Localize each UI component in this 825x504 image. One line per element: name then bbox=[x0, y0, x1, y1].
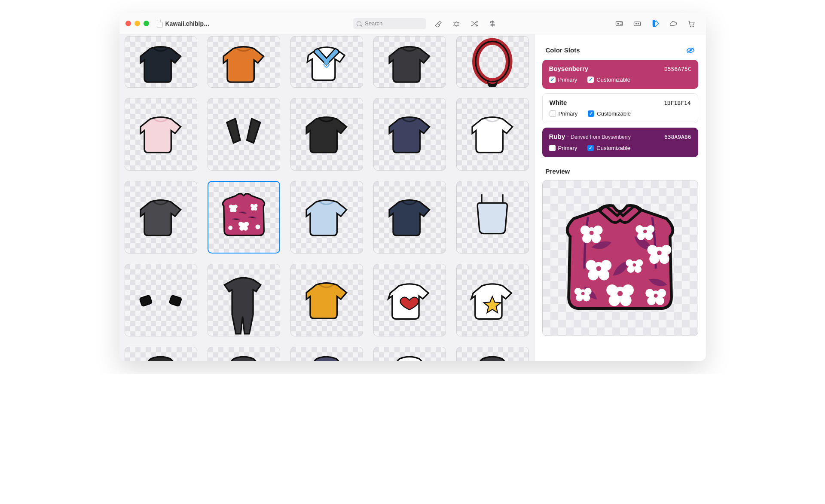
svg-rect-28 bbox=[169, 295, 182, 306]
visibility-toggle-icon[interactable] bbox=[686, 47, 695, 54]
search-field[interactable] bbox=[353, 18, 426, 29]
traffic-lights[interactable] bbox=[125, 21, 149, 26]
asset-tile-hawaiian-boysenberry[interactable] bbox=[208, 181, 280, 254]
inspector-tabs bbox=[615, 19, 700, 28]
slot-name: Ruby bbox=[549, 133, 565, 140]
slot-name: White bbox=[550, 99, 567, 106]
customizable-checkbox[interactable]: ✓Customizable bbox=[588, 110, 631, 117]
titlebar: Kawaii.chibip… bbox=[119, 13, 706, 34]
asset-tile-cardigan-pink[interactable] bbox=[125, 98, 197, 171]
preview-viewport bbox=[542, 180, 698, 336]
asset-tile-cuffs-black[interactable] bbox=[125, 264, 197, 336]
cart-icon[interactable] bbox=[687, 19, 696, 28]
garment-art bbox=[381, 347, 438, 361]
svg-point-6 bbox=[690, 26, 691, 27]
asset-tile-sweater-grey[interactable] bbox=[125, 181, 197, 254]
garment-art bbox=[132, 189, 189, 246]
color-slot-ruby[interactable]: Ruby · Derived from Boysenberry 638A9A86… bbox=[542, 128, 698, 157]
slot-hash: 1BF1BF14 bbox=[664, 100, 691, 106]
color-slots-list: Boysenberry D556A75C ✓Primary ✓Customiza… bbox=[535, 60, 706, 157]
asset-grid-scroll[interactable] bbox=[119, 34, 534, 361]
garment-art bbox=[298, 36, 355, 76]
garment-art bbox=[132, 36, 189, 76]
asset-tile-biker-jacket[interactable] bbox=[290, 98, 363, 171]
cassette-icon[interactable] bbox=[633, 19, 642, 28]
body: Color Slots Boysenberry D556A75C ✓Primar… bbox=[119, 34, 706, 361]
svg-point-18 bbox=[251, 207, 254, 211]
asset-tile-biker-sleeves[interactable] bbox=[208, 98, 280, 171]
asset-tile-tank-peek[interactable] bbox=[456, 347, 529, 361]
asset-tile-collar-necklace[interactable] bbox=[456, 36, 529, 88]
svg-point-2 bbox=[617, 23, 618, 24]
close-button[interactable] bbox=[125, 21, 131, 26]
asset-tile-sailor-top[interactable] bbox=[290, 36, 363, 88]
svg-point-24 bbox=[243, 226, 248, 230]
svg-point-26 bbox=[228, 226, 232, 230]
garment-art bbox=[298, 347, 355, 361]
asset-tile-camisole-iceblue[interactable] bbox=[456, 181, 529, 254]
preview-title: Preview bbox=[535, 157, 706, 180]
color-slots-header: Color Slots bbox=[535, 34, 706, 60]
asset-tile-crewneck-peek[interactable] bbox=[290, 347, 363, 361]
garment-art bbox=[464, 189, 521, 246]
color-slot-boysenberry[interactable]: Boysenberry D556A75C ✓Primary ✓Customiza… bbox=[542, 60, 698, 89]
svg-point-11 bbox=[229, 205, 233, 208]
asset-tile-hooded-mustard[interactable] bbox=[290, 264, 363, 336]
color-slots-title: Color Slots bbox=[546, 46, 580, 54]
garment-art bbox=[381, 36, 438, 76]
primary-checkbox[interactable]: Primary bbox=[549, 145, 578, 151]
slot-hash: D556A75C bbox=[664, 66, 691, 72]
garment-art bbox=[215, 106, 272, 163]
asset-tile-tee-star[interactable] bbox=[456, 264, 529, 336]
asset-grid bbox=[125, 36, 529, 361]
inspector-panel: Color Slots Boysenberry D556A75C ✓Primar… bbox=[534, 34, 706, 361]
document-title[interactable]: Kawaii.chibip… bbox=[157, 20, 210, 27]
asset-tile-blazer-charcoal[interactable] bbox=[373, 36, 446, 88]
asset-tile-blank-peek[interactable] bbox=[373, 347, 446, 361]
asset-tile-coat-peek[interactable] bbox=[208, 347, 280, 361]
cloud-icon[interactable] bbox=[669, 19, 678, 28]
primary-checkbox[interactable]: ✓Primary bbox=[549, 76, 578, 83]
bug-icon[interactable] bbox=[452, 19, 461, 28]
garment-art bbox=[132, 106, 189, 163]
minimize-button[interactable] bbox=[134, 21, 140, 26]
svg-point-9 bbox=[476, 41, 509, 82]
svg-point-0 bbox=[455, 22, 458, 25]
color-slot-white[interactable]: White 1BF1BF14 Primary ✓Customizable bbox=[542, 93, 698, 123]
garment-art bbox=[215, 189, 272, 246]
garment-art bbox=[381, 189, 438, 246]
garment-art bbox=[298, 272, 355, 329]
asset-tile-button-cardigan-navy[interactable] bbox=[373, 181, 446, 254]
asset-tile-tee-heart[interactable] bbox=[373, 264, 446, 336]
garment-art bbox=[215, 272, 272, 329]
asset-tile-longsleeve-white[interactable] bbox=[456, 98, 529, 171]
asset-tile-offshoulder-orange[interactable] bbox=[208, 36, 280, 88]
asset-tile-button-shirt-navy[interactable] bbox=[373, 98, 446, 171]
svg-point-5 bbox=[638, 23, 639, 24]
customizable-checkbox[interactable]: ✓Customizable bbox=[587, 145, 630, 151]
zoom-button[interactable] bbox=[144, 21, 149, 26]
customizable-checkbox[interactable]: ✓Customizable bbox=[587, 76, 630, 83]
slot-derived: Derived from Boysenberry bbox=[571, 134, 630, 140]
preview-art bbox=[549, 197, 691, 318]
asset-tile-pants-peek[interactable] bbox=[125, 347, 197, 361]
svg-point-17 bbox=[254, 204, 258, 207]
svg-rect-1 bbox=[616, 21, 622, 26]
garment-art bbox=[132, 347, 189, 361]
garment-art bbox=[464, 106, 521, 163]
shuffle-icon[interactable] bbox=[470, 19, 479, 28]
eraser-icon[interactable] bbox=[434, 19, 443, 28]
asset-tile-bodysuit-charcoal[interactable] bbox=[208, 264, 280, 336]
garment-art bbox=[215, 36, 272, 76]
signpost-icon[interactable] bbox=[488, 19, 497, 28]
asset-tile-hoodie-dark[interactable] bbox=[125, 36, 197, 88]
search-input[interactable] bbox=[364, 20, 423, 27]
garment-art bbox=[464, 272, 521, 329]
svg-point-7 bbox=[692, 26, 694, 27]
svg-point-25 bbox=[256, 224, 260, 229]
swatch-icon[interactable] bbox=[651, 19, 660, 28]
primary-checkbox[interactable]: Primary bbox=[550, 110, 578, 117]
id-card-icon[interactable] bbox=[615, 19, 623, 28]
svg-point-22 bbox=[244, 221, 249, 226]
asset-tile-blouse-lightblue[interactable] bbox=[290, 181, 363, 254]
